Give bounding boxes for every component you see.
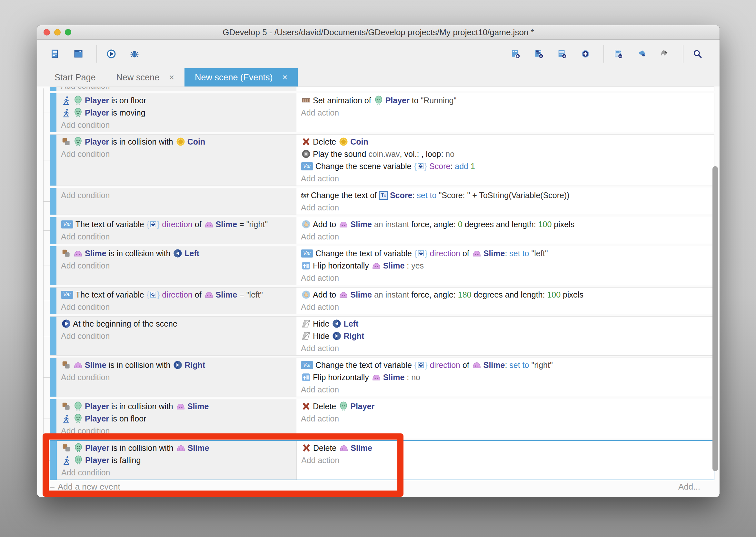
action-cell[interactable]: Hide LeftHide RightAdd action bbox=[296, 316, 714, 355]
action-line[interactable]: VarChange the text of variable {}directi… bbox=[301, 359, 714, 371]
add-condition-link[interactable]: Add condition bbox=[61, 371, 296, 383]
action-line[interactable]: Delete Slime bbox=[301, 442, 714, 454]
add-action-link[interactable]: Add action bbox=[301, 412, 714, 425]
condition-cell[interactable]: Slime is in collision with LeftAdd condi… bbox=[57, 246, 296, 285]
add-action-link[interactable]: Add action bbox=[301, 342, 714, 354]
close-window-button[interactable] bbox=[44, 29, 50, 35]
add-action-link[interactable]: Add action bbox=[301, 106, 714, 119]
action-cell[interactable]: Add to Slime an instant force, angle: 0 … bbox=[296, 217, 714, 244]
condition-line[interactable]: Player is moving bbox=[61, 106, 296, 119]
add-action-link[interactable]: Add action bbox=[301, 301, 714, 313]
project-manager-button[interactable] bbox=[46, 44, 66, 64]
condition-line[interactable]: Player is in collision with Slime bbox=[61, 442, 296, 454]
close-tab-icon[interactable]: × bbox=[169, 73, 174, 83]
add-condition-link[interactable]: Add condition bbox=[61, 119, 296, 131]
action-line[interactable]: Add to Slime an instant force, angle: 0 … bbox=[301, 218, 714, 230]
condition-cell[interactable]: VarThe text of variable {}direction of S… bbox=[57, 288, 296, 314]
action-line[interactable]: Add to Slime an instant force, angle: 18… bbox=[301, 289, 714, 301]
event-row[interactable]: At the beginning of the sceneAdd conditi… bbox=[50, 316, 714, 356]
action-cell[interactable]: txtChange the text of TxScore: set to "S… bbox=[296, 188, 714, 215]
add-subevent-button[interactable] bbox=[529, 44, 550, 64]
event-row[interactable]: Player is in collision with SlimePlayer … bbox=[50, 399, 714, 438]
condition-cell[interactable]: Add condition bbox=[57, 87, 296, 91]
add-condition-link[interactable]: Add condition bbox=[61, 260, 296, 272]
add-condition-link[interactable]: Add condition bbox=[61, 425, 296, 437]
condition-line[interactable]: At the beginning of the scene bbox=[61, 317, 296, 330]
zoom-window-button[interactable] bbox=[65, 29, 71, 35]
condition-cell[interactable]: Player is on floorPlayer is movingAdd co… bbox=[57, 93, 296, 132]
event-row[interactable]: Slime is in collision with LeftAdd condi… bbox=[50, 246, 714, 285]
tab-start-page[interactable]: Start Page bbox=[44, 68, 106, 87]
add-action-link[interactable]: Add action bbox=[301, 272, 714, 284]
condition-line[interactable]: Slime is in collision with Right bbox=[61, 359, 296, 371]
action-cell[interactable]: VarChange the text of variable {}directi… bbox=[296, 246, 714, 285]
add-action-link[interactable]: Add action bbox=[301, 454, 714, 466]
add-new-event-button[interactable]: Add a new event bbox=[50, 482, 120, 492]
add-more-button[interactable]: Add... bbox=[678, 482, 700, 492]
add-condition-link[interactable]: Add condition bbox=[61, 301, 296, 313]
action-cell[interactable]: Set animation of Player to "Running"Add … bbox=[296, 93, 714, 132]
add-condition-link[interactable]: Add condition bbox=[61, 148, 296, 160]
event-row-selected[interactable]: Player is in collision with SlimePlayer … bbox=[50, 440, 714, 480]
minimize-window-button[interactable] bbox=[54, 29, 61, 35]
undo-button[interactable] bbox=[632, 44, 653, 64]
delete-selection-button[interactable] bbox=[609, 44, 629, 64]
action-line[interactable]: Flip horizontally Slime : yes bbox=[301, 260, 714, 272]
event-row-clipped[interactable]: Add condition bbox=[50, 87, 714, 91]
action-line[interactable]: Delete Coin bbox=[301, 136, 714, 148]
add-action-link[interactable]: Add action bbox=[301, 201, 714, 214]
action-line[interactable]: Delete Player bbox=[301, 400, 714, 412]
action-cell[interactable] bbox=[296, 87, 714, 91]
search-button[interactable] bbox=[688, 44, 709, 64]
event-row[interactable]: VarThe text of variable {}direction of S… bbox=[50, 287, 714, 314]
condition-cell[interactable]: VarThe text of variable {}direction of S… bbox=[57, 217, 296, 244]
add-condition-link[interactable]: Add condition bbox=[61, 230, 296, 243]
scrollbar[interactable] bbox=[712, 87, 719, 497]
condition-cell[interactable]: At the beginning of the sceneAdd conditi… bbox=[57, 316, 296, 355]
add-event-button[interactable] bbox=[506, 44, 527, 64]
condition-cell[interactable]: Add condition bbox=[57, 188, 296, 215]
action-line[interactable]: Set animation of Player to "Running" bbox=[301, 94, 714, 106]
condition-line[interactable]: Player is on floor bbox=[61, 94, 296, 106]
event-row[interactable]: Player is on floorPlayer is movingAdd co… bbox=[50, 93, 714, 132]
condition-cell[interactable]: Player is in collision with SlimePlayer … bbox=[57, 399, 296, 438]
action-cell[interactable]: Delete PlayerAdd action bbox=[296, 399, 714, 438]
debug-button[interactable] bbox=[125, 44, 145, 64]
tab-new-scene[interactable]: New scene × bbox=[106, 68, 184, 87]
add-comment-button[interactable] bbox=[552, 44, 573, 64]
action-line[interactable]: Hide Left bbox=[301, 317, 714, 330]
add-action-link[interactable]: Add action bbox=[301, 230, 714, 243]
action-cell[interactable]: VarChange the text of variable {}directi… bbox=[296, 358, 714, 396]
condition-line[interactable]: VarThe text of variable {}direction of S… bbox=[61, 289, 296, 301]
tab-new-scene-events[interactable]: New scene (Events) × bbox=[184, 68, 298, 87]
add-condition-link[interactable]: Add condition bbox=[61, 189, 296, 201]
condition-line[interactable]: Player is on floor bbox=[61, 412, 296, 425]
action-line[interactable]: txtChange the text of TxScore: set to "S… bbox=[301, 189, 714, 201]
scrollbar-thumb[interactable] bbox=[712, 166, 718, 471]
condition-line[interactable]: Slime is in collision with Left bbox=[61, 247, 296, 260]
close-tab-icon[interactable]: × bbox=[283, 73, 288, 83]
redo-button[interactable] bbox=[655, 44, 676, 64]
add-action-link[interactable]: Add action bbox=[301, 383, 714, 396]
condition-line[interactable]: Player is falling bbox=[61, 454, 296, 466]
condition-cell[interactable]: Player is in collision with SlimePlayer … bbox=[57, 441, 297, 479]
action-line[interactable]: Hide Right bbox=[301, 330, 714, 342]
event-row[interactable]: VarThe text of variable {}direction of S… bbox=[50, 217, 714, 244]
add-condition-link[interactable]: Add condition bbox=[61, 466, 296, 478]
condition-cell[interactable]: Slime is in collision with RightAdd cond… bbox=[57, 358, 296, 396]
add-condition-link[interactable]: Add condition bbox=[61, 330, 296, 342]
add-action-link[interactable]: Add action bbox=[301, 172, 714, 185]
condition-line[interactable]: Player is in collision with Coin bbox=[61, 136, 296, 148]
condition-line[interactable]: Player is in collision with Slime bbox=[61, 400, 296, 412]
condition-cell[interactable]: Player is in collision with CoinAdd cond… bbox=[57, 135, 296, 186]
action-cell[interactable]: Delete SlimeAdd action bbox=[297, 441, 714, 479]
action-line[interactable]: Flip horizontally Slime : no bbox=[301, 371, 714, 383]
action-line[interactable]: Play the sound coin.wav, vol.: , loop: n… bbox=[301, 148, 714, 160]
action-line[interactable]: VarChange the text of variable {}directi… bbox=[301, 247, 714, 260]
add-condition-link[interactable]: Add condition bbox=[61, 87, 296, 91]
event-row[interactable]: Slime is in collision with RightAdd cond… bbox=[50, 357, 714, 397]
play-button[interactable] bbox=[101, 44, 122, 64]
action-cell[interactable]: Delete CoinPlay the sound coin.wav, vol.… bbox=[296, 135, 714, 186]
add-new-button[interactable] bbox=[576, 44, 596, 64]
event-row[interactable]: Player is in collision with CoinAdd cond… bbox=[50, 134, 714, 186]
